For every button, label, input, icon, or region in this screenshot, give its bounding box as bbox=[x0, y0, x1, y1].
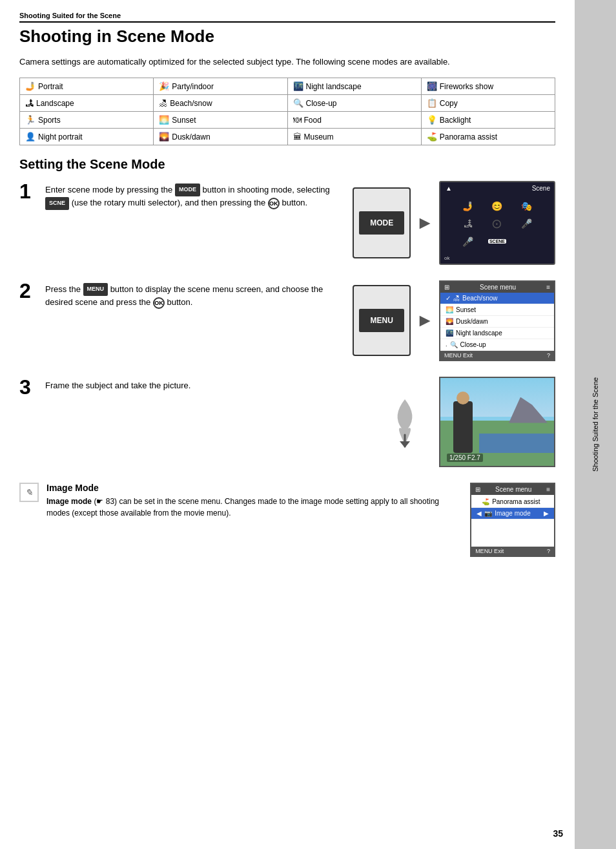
scene-icon-3-3: ⛳ bbox=[427, 132, 437, 142]
note-body-text: (☛ 83) can be set in the scene menu. Cha… bbox=[46, 497, 439, 518]
note-text: Image mode (☛ 83) can be set in the scen… bbox=[46, 496, 460, 519]
scene-label-3-2: Museum bbox=[304, 132, 334, 142]
section-header: Shooting Suited for the Scene bbox=[19, 12, 555, 23]
scene-label-0-2: Night landscape bbox=[306, 82, 362, 91]
scene-cell-0-0: 🤳Portrait bbox=[20, 78, 154, 94]
scene-cell-3-1: 🌄Dusk/dawn bbox=[154, 128, 287, 145]
scene-label-1-3: Copy bbox=[440, 99, 458, 108]
scene-menu2-help: ? bbox=[547, 548, 550, 554]
photo-overlay-text: 1/250 F2.7 bbox=[447, 454, 483, 462]
scene-menu-display: ⊞ Scene menu ≡ ✓ 🏖 Beach/snow 🌅 Sunset bbox=[439, 280, 555, 361]
step-1-content: Enter scene mode by pressing the MODE bu… bbox=[45, 181, 344, 210]
mode-inner-label: MODE bbox=[359, 211, 404, 235]
menu-inner-label: MENU bbox=[359, 309, 404, 332]
scene-menu2-items: ⛳ Panorama assist ◀ 📷 Image mode ▶ bbox=[471, 495, 554, 547]
scene-label-2-2: Food bbox=[304, 116, 322, 125]
step-2-content: Press the MENU button to display the sce… bbox=[45, 280, 344, 309]
step-3-content: Frame the subject and take the picture. bbox=[45, 377, 367, 392]
scene-menu-label-3: Night landscape bbox=[456, 330, 502, 337]
scene-menu-label-4: Close-up bbox=[460, 341, 486, 348]
scene-icon-1-3: 📋 bbox=[427, 98, 437, 108]
scene-menu-item-0[interactable]: ✓ 🏖 Beach/snow bbox=[440, 293, 554, 304]
cam-icon-scene: SCENE bbox=[482, 233, 511, 250]
cam-icon-center: ⊙ bbox=[482, 215, 511, 233]
scene-menu-item-2[interactable]: 🌄 Dusk/dawn bbox=[440, 316, 554, 328]
scene-btn-inner: SCENE bbox=[488, 239, 506, 244]
cam-icon-2: 😊 bbox=[482, 198, 511, 215]
scene-menu2-item-1[interactable]: ◀ 📷 Image mode ▶ bbox=[471, 508, 554, 519]
svg-marker-1 bbox=[400, 441, 410, 448]
scene-menu-icon-4: . bbox=[446, 341, 447, 348]
photo-head bbox=[457, 392, 469, 404]
scene-icon-2-3: 💡 bbox=[427, 115, 437, 125]
step-1-number: 1 bbox=[19, 181, 37, 202]
scene-cell-0-3: 🎆Fireworks show bbox=[421, 78, 555, 94]
scene-menu2-footer: MENU Exit ? bbox=[471, 547, 554, 556]
scene-label-0-1: Party/indoor bbox=[172, 82, 214, 91]
scene-icon-3-0: 👤 bbox=[25, 132, 36, 142]
scene-cell-3-0: 👤Night portrait bbox=[20, 128, 154, 145]
main-content: Shooting Suited for the Scene Shooting i… bbox=[0, 0, 575, 849]
scne-button-label: SCNE bbox=[45, 197, 69, 210]
photo-person bbox=[453, 401, 473, 453]
sidebar-text: Shooting Suited for the Scene bbox=[591, 377, 599, 472]
step-3-arrow-area bbox=[376, 380, 434, 464]
scene-menu-check: ✓ bbox=[446, 295, 451, 302]
arrow-right-1: ► bbox=[416, 213, 434, 233]
page-title: Shooting in Scene Mode bbox=[19, 26, 555, 47]
scene-cell-3-2: 🏛Museum bbox=[287, 128, 421, 145]
scene-icon-1-1: 🏖 bbox=[159, 98, 167, 108]
step-3-number: 3 bbox=[19, 377, 37, 397]
photo-display: 1/250 F2.7 bbox=[439, 377, 555, 467]
scene-menu2-spacer bbox=[471, 519, 554, 545]
scene-icon-2-2: 🍽 bbox=[293, 115, 302, 125]
step-2-images: MENU ► ⊞ Scene menu ≡ ✓ 🏖 Beach/snow bbox=[353, 280, 555, 361]
scene-menu2-display: ⊞ Scene menu ≡ ⛳ Panorama assist ◀ 📷 Ima… bbox=[470, 483, 555, 557]
setting-section-title: Setting the Scene Mode bbox=[19, 157, 555, 172]
scene-label-0-0: Portrait bbox=[38, 82, 63, 91]
scene-menu-label-0: Beach/snow bbox=[462, 295, 497, 302]
scene-label-1-1: Beach/snow bbox=[170, 99, 212, 108]
scene-icon-2-0: 🏃 bbox=[25, 115, 36, 125]
camera-mode-icon: ▲ bbox=[446, 185, 452, 192]
scene-cell-1-1: 🏖Beach/snow bbox=[154, 94, 287, 111]
scene-menu2-label-0: Panorama assist bbox=[492, 498, 540, 505]
scene-menu-help: ? bbox=[547, 352, 550, 359]
scene-menu-icon-1: 🌅 bbox=[446, 306, 453, 313]
scene-label: Scene bbox=[532, 185, 550, 192]
ok-button-label-2: OK bbox=[153, 297, 165, 309]
scene-menu2-item-0[interactable]: ⛳ Panorama assist bbox=[471, 496, 554, 508]
mode-display: MODE bbox=[353, 187, 411, 258]
scene-icon-3-1: 🌄 bbox=[159, 132, 169, 142]
scene-menu2-lines: ≡ bbox=[546, 486, 550, 493]
note-bold-text: Image mode bbox=[46, 497, 92, 506]
scene-menu2-chevron: ▶ bbox=[544, 510, 549, 517]
scene-menu2-label-1: Image mode bbox=[495, 510, 531, 517]
scene-menu2-icon-0: ⛳ bbox=[482, 498, 489, 505]
scene-label-1-0: Landscape bbox=[36, 99, 74, 108]
scene-icon-0-3: 🎆 bbox=[427, 81, 437, 91]
menu-button-label: MENU bbox=[83, 283, 108, 296]
cam-icon-3: 🎭 bbox=[512, 198, 541, 215]
scene-menu2-icon: ⊞ bbox=[475, 486, 480, 493]
scene-menu2-header: ⊞ Scene menu ≡ bbox=[471, 484, 554, 495]
menu-display: MENU bbox=[353, 285, 411, 356]
scene-cell-1-3: 📋Copy bbox=[421, 94, 555, 111]
scene-menu-icon-4b: 🔍 bbox=[450, 341, 458, 348]
scene-menu-item-3[interactable]: 🌃 Night landscape bbox=[440, 328, 554, 339]
cam-icon-4: 🏞 bbox=[453, 215, 482, 233]
sidebar: Shooting Suited for the Scene bbox=[575, 0, 616, 849]
scene-icon-2-1: 🌅 bbox=[159, 115, 169, 125]
scene-menu-item-4[interactable]: . 🔍 Close-up bbox=[440, 339, 554, 351]
scene-menu-item-1[interactable]: 🌅 Sunset bbox=[440, 304, 554, 316]
scene-label-0-3: Fireworks show bbox=[440, 82, 493, 91]
step-1: 1 Enter scene mode by pressing the MODE … bbox=[19, 181, 555, 265]
scene-menu-label-1: Sunset bbox=[456, 306, 476, 313]
scene-cell-2-2: 🍽Food bbox=[287, 111, 421, 128]
scene-cell-1-2: 🔍Close-up bbox=[287, 94, 421, 111]
step-3: 3 Frame the subject and take the picture… bbox=[19, 377, 555, 467]
scene-label-3-1: Dusk/dawn bbox=[172, 132, 210, 142]
scene-label-3-3: Panorama assist bbox=[440, 132, 497, 142]
scene-label-2-0: Sports bbox=[38, 116, 61, 125]
scene-label-1-2: Close-up bbox=[306, 99, 337, 108]
